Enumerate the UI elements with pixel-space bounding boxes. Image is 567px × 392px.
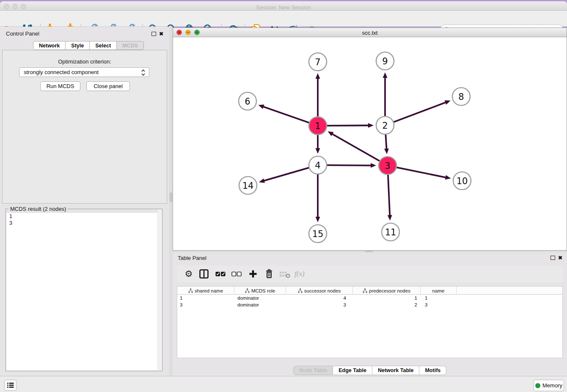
show-columns-icon[interactable] bbox=[198, 268, 210, 280]
arrowhead-icon bbox=[316, 217, 320, 222]
column-label: MCDS role bbox=[251, 288, 275, 293]
tab-style[interactable]: Style bbox=[66, 41, 90, 50]
column-header-predecessor-nodes[interactable]: predecessor nodes bbox=[353, 287, 421, 295]
cell-MCDS-role[interactable]: dominator bbox=[234, 301, 286, 308]
node-label-11: 11 bbox=[385, 227, 396, 237]
column-header-MCDS-role[interactable]: MCDS role bbox=[234, 287, 286, 295]
task-history-button[interactable] bbox=[4, 380, 17, 391]
cell-name[interactable]: 1 bbox=[421, 295, 457, 301]
tab-motifs[interactable]: Motifs bbox=[419, 366, 446, 375]
network-canvas[interactable]: 7968124314101511 bbox=[173, 37, 567, 250]
node-label-2: 2 bbox=[382, 121, 388, 131]
table-panel-title: Table Panel bbox=[178, 255, 206, 261]
splitter-grip[interactable] bbox=[170, 193, 172, 202]
optimization-criterion-label: Optimization criterion: bbox=[3, 58, 167, 65]
node-table: shared nameMCDS rolesuccessor nodesprede… bbox=[177, 286, 563, 358]
close-panel-button[interactable]: Close panel bbox=[86, 81, 130, 91]
table-body: 1dominator4113dominator323 bbox=[177, 295, 562, 308]
control-panel: Control Panel ✖ NetworkStyleSelectMCDS O… bbox=[0, 27, 169, 376]
tab-mcds[interactable]: MCDS bbox=[117, 41, 144, 50]
mcds-result-scrollbar[interactable] bbox=[157, 209, 162, 371]
select-all-icon[interactable] bbox=[214, 268, 227, 280]
cell-predecessor-nodes[interactable]: 1 bbox=[353, 295, 421, 301]
node-label-15: 15 bbox=[312, 229, 324, 239]
select-chevrons-icon bbox=[141, 69, 146, 76]
tab-network-table[interactable]: Network Table bbox=[372, 366, 420, 375]
edge-3-1[interactable] bbox=[331, 133, 380, 162]
mcds-panel: Optimization criterion: strongly connect… bbox=[2, 50, 167, 204]
edge-2-8[interactable] bbox=[393, 102, 447, 123]
mcds-result-list[interactable]: 13 bbox=[6, 213, 162, 370]
deselect-all-icon[interactable] bbox=[230, 268, 243, 280]
column-label: predecessor nodes bbox=[369, 288, 410, 293]
result-item: 3 bbox=[6, 220, 162, 226]
table-tabs: Node TableEdge TableNetwork TableMotifs bbox=[173, 366, 567, 375]
control-panel-title: Control Panel bbox=[6, 30, 39, 37]
cell-shared-name[interactable]: 1 bbox=[177, 295, 234, 301]
cell-predecessor-nodes[interactable]: 2 bbox=[353, 301, 421, 308]
vertical-splitter[interactable] bbox=[169, 27, 173, 376]
edge-1-6[interactable] bbox=[262, 106, 310, 123]
edge-2-3[interactable] bbox=[385, 133, 387, 150]
table-panel-close-icon[interactable]: ✖ bbox=[558, 255, 562, 260]
criterion-select[interactable]: strongly connected component bbox=[19, 67, 149, 77]
column-header-shared-name[interactable]: shared name bbox=[177, 287, 234, 295]
header-filler bbox=[457, 287, 562, 294]
arrowhead-icon bbox=[316, 73, 320, 79]
table-row[interactable]: 3dominator323 bbox=[177, 301, 562, 308]
control-panel-close-icon[interactable]: ✖ bbox=[159, 31, 163, 36]
arrowhead-icon bbox=[445, 175, 451, 180]
table-panel: Table Panel ✖ ⚙ f(x) shared nameMCDS rol… bbox=[173, 252, 567, 376]
edge-3-10[interactable] bbox=[396, 167, 447, 178]
column-tree-icon bbox=[298, 288, 303, 293]
tab-edge-table[interactable]: Edge Table bbox=[333, 366, 372, 375]
node-label-7: 7 bbox=[315, 57, 320, 67]
node-label-3: 3 bbox=[385, 161, 390, 171]
tab-node-table[interactable]: Node Table bbox=[293, 366, 333, 375]
window-titlebar: Session: New Session bbox=[0, 1, 567, 11]
main-toolbar bbox=[0, 11, 567, 27]
window-title: Session: New Session bbox=[0, 4, 567, 11]
column-label: successor nodes bbox=[304, 288, 341, 293]
column-label: shared name bbox=[195, 288, 223, 293]
edge-4-3[interactable] bbox=[326, 165, 372, 166]
column-header-successor-nodes[interactable]: successor nodes bbox=[286, 287, 353, 295]
arrowhead-icon bbox=[384, 149, 389, 154]
cell-successor-nodes[interactable]: 4 bbox=[286, 295, 353, 301]
table-panel-float-icon[interactable] bbox=[550, 256, 555, 260]
tab-network[interactable]: Network bbox=[33, 41, 66, 50]
add-column-icon[interactable] bbox=[247, 268, 259, 280]
column-header-name[interactable]: name bbox=[421, 287, 457, 295]
result-item: 1 bbox=[6, 213, 162, 220]
network-window-title: scc.txt bbox=[173, 30, 567, 36]
tab-select[interactable]: Select bbox=[90, 41, 117, 50]
memory-button[interactable]: Memory bbox=[534, 380, 564, 391]
arrowhead-icon bbox=[368, 123, 374, 128]
node-label-9: 9 bbox=[382, 56, 388, 66]
run-mcds-button[interactable]: Run MCDS bbox=[40, 81, 80, 91]
edge-3-11[interactable] bbox=[388, 174, 390, 217]
control-panel-tabs: NetworkStyleSelectMCDS bbox=[33, 41, 144, 50]
settings-gear-icon[interactable]: ⚙ bbox=[182, 268, 195, 280]
arrowhead-icon bbox=[388, 215, 392, 221]
node-label-8: 8 bbox=[458, 92, 464, 102]
column-tree-icon bbox=[363, 288, 367, 293]
arrowhead-icon bbox=[371, 163, 376, 168]
column-label: name bbox=[432, 288, 445, 293]
arrowhead-icon bbox=[445, 100, 451, 105]
network-graph: 7968124314101511 bbox=[173, 37, 567, 250]
cell-name[interactable]: 3 bbox=[421, 301, 457, 308]
network-window-titlebar: scc.txt bbox=[173, 28, 567, 37]
delete-table-icon[interactable] bbox=[278, 268, 291, 280]
cell-successor-nodes[interactable]: 3 bbox=[286, 301, 353, 308]
arrowhead-icon bbox=[259, 179, 265, 183]
cell-shared-name[interactable]: 3 bbox=[177, 301, 234, 308]
cell-MCDS-role[interactable]: dominator bbox=[234, 295, 286, 301]
control-panel-float-icon[interactable] bbox=[151, 32, 156, 36]
table-row[interactable]: 1dominator411 bbox=[177, 295, 562, 301]
edge-4-14[interactable] bbox=[263, 167, 310, 181]
function-builder-icon[interactable]: f(x) bbox=[295, 268, 307, 280]
status-bar: Memory bbox=[0, 376, 567, 392]
delete-column-icon[interactable] bbox=[263, 268, 275, 280]
edge-1-2[interactable] bbox=[326, 125, 370, 126]
